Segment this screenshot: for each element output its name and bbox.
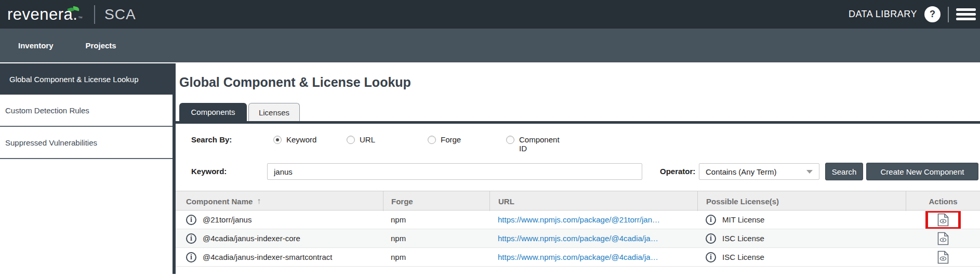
column-header-url[interactable]: URL [489,191,697,211]
info-icon[interactable]: i [706,252,716,262]
tab-licenses[interactable]: Licenses [248,103,300,121]
search-button[interactable]: Search [825,163,863,180]
radio-url-circle[interactable] [347,136,355,144]
sidebar-item-suppressed-vulnerabilities[interactable]: Suppressed Vulnerabilities [0,127,173,159]
info-icon[interactable]: i [186,215,196,225]
radio-forge-circle[interactable] [428,136,436,144]
nav-item-projects[interactable]: Projects [86,41,116,50]
forge-value: npm [383,215,489,224]
radio-keyword[interactable]: Keyword [273,135,316,144]
product-name: SCA [104,6,136,23]
view-component-icon[interactable] [937,232,949,245]
component-name: @21torr/janus [203,215,251,224]
component-name: @4cadia/janus-indexer-core [203,234,300,243]
radio-url[interactable]: URL [347,135,375,144]
sidebar-item-custom-detection-rules[interactable]: Custom Detection Rules [0,95,173,127]
column-header-component-name[interactable]: Component Name ↑ [176,191,383,211]
help-icon[interactable]: ? [924,6,941,22]
radio-keyword-circle[interactable] [273,136,282,144]
keyword-label: Keyword: [191,167,227,176]
revenera-logo: revenera.™ SCA [7,5,136,24]
radio-component-id-circle[interactable] [506,136,514,144]
create-new-component-button[interactable]: Create New Component [866,163,978,180]
table-header-row: Component Name ↑ Forge URL Possible Lice… [176,191,980,211]
info-icon[interactable]: i [186,233,196,244]
license-name: MIT License [722,215,764,224]
tabbar-border [176,121,980,124]
header-divider [948,7,949,22]
radio-forge-label: Forge [441,135,461,144]
top-header: revenera.™ SCA DATA LIBRARY ? [0,0,980,29]
sidebar: Global Component & License Lookup Custom… [0,62,173,276]
nav-item-inventory[interactable]: Inventory [18,41,54,50]
app-window: revenera.™ SCA DATA LIBRARY ? Inventory … [0,0,980,276]
info-icon[interactable]: i [186,252,196,262]
tab-components[interactable]: Components [179,103,247,121]
sort-ascending-icon[interactable]: ↑ [257,196,261,206]
column-header-actions: Actions [906,191,980,211]
view-component-icon[interactable] [937,213,949,227]
forge-value: npm [383,253,489,261]
license-name: ISC License [722,234,764,243]
component-url-link[interactable]: https://www.npmjs.com/package/@21torr/ja… [498,215,660,224]
view-details-highlight-box [926,211,960,229]
component-url-link[interactable]: https://www.npmjs.com/package/@4cadia/ja… [498,234,658,243]
brand-trademark: ™ [78,16,83,21]
table-row: i @4cadia/janus-indexer-core npm https:/… [176,229,980,248]
header-right-group: DATA LIBRARY ? [849,6,976,22]
brand-name: revenera [7,5,73,24]
hamburger-menu-icon[interactable] [956,8,976,20]
license-name: ISC License [722,253,764,261]
main-content: Global Component & License Lookup Compon… [176,62,980,276]
keyword-input[interactable] [267,163,642,180]
operator-selected-value: Contains (Any Term) [706,167,776,176]
info-icon[interactable]: i [706,215,716,225]
view-component-icon[interactable] [937,251,949,264]
component-name: @4cadia/janus-indexer-smartcontract [203,253,333,261]
data-library-label[interactable]: DATA LIBRARY [849,9,917,20]
main-nav: Inventory Projects [0,29,980,62]
forge-value: npm [383,234,489,243]
column-header-possible-licenses[interactable]: Possible License(s) [697,191,906,211]
column-header-forge[interactable]: Forge [383,191,489,211]
radio-keyword-label: Keyword [286,135,316,144]
component-url-link[interactable]: https://www.npmjs.com/package/@4cadia/ja… [498,253,658,261]
sidebar-item-global-component-license-lookup[interactable]: Global Component & License Lookup [0,63,176,95]
operator-select[interactable]: Contains (Any Term) [699,163,819,180]
table-row: i @21torr/janus npm https://www.npmjs.co… [176,211,980,229]
results-table: Component Name ↑ Forge URL Possible Lice… [176,191,980,267]
radio-component-id-label: Component ID [519,135,563,153]
radio-component-id[interactable]: Component ID [506,135,563,153]
table-row: i @4cadia/janus-indexer-smartcontract np… [176,248,980,267]
chevron-down-icon [806,170,813,174]
info-icon[interactable]: i [706,233,716,244]
radio-forge[interactable]: Forge [428,135,461,144]
operator-label: Operator: [660,167,695,176]
logo-divider [94,5,95,24]
page-title: Global Component & License Lookup [179,75,411,90]
radio-url-label: URL [360,135,375,144]
search-by-label: Search By: [191,135,232,144]
